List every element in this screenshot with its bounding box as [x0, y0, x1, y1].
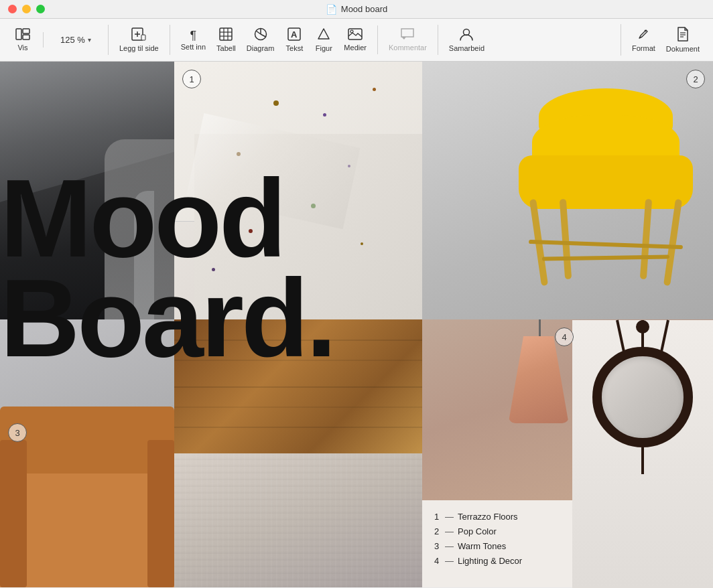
legend-num-2: 2 [434, 524, 441, 539]
svg-rect-1 [23, 29, 29, 33]
cell-mirror [572, 320, 713, 588]
legend-dash-1: — [445, 510, 454, 524]
cell-chair [0, 62, 174, 319]
tekst-label: Tekst [286, 44, 304, 52]
medier-label: Medier [344, 44, 367, 52]
diagram-button[interactable]: Diagram [241, 25, 280, 55]
kommentar-button[interactable]: Kommentar [383, 25, 432, 54]
tabell-label: Tabell [216, 44, 236, 52]
svg-rect-2 [23, 35, 29, 40]
figur-button[interactable]: Figur [309, 25, 338, 55]
samarbeid-button[interactable]: Samarbeid [444, 25, 490, 55]
legend-num-3: 3 [434, 539, 441, 554]
legg-til-side-button[interactable]: Legg til side [114, 25, 164, 55]
tabell-button[interactable]: Tabell [211, 25, 241, 55]
medier-icon [348, 28, 363, 42]
medier-button[interactable]: Medier [338, 25, 372, 54]
cell-wood-rug [174, 319, 422, 587]
legend-dash-2: — [445, 524, 454, 539]
dokument-button[interactable]: Dokument [661, 24, 705, 56]
toolbar-group-zoom: 125 % ▾ [43, 32, 105, 48]
format-icon [637, 27, 650, 43]
sett-inn-label: Sett inn [181, 43, 206, 51]
format-button[interactable]: Format [627, 25, 661, 55]
svg-rect-0 [16, 29, 21, 40]
window-title: 📄 Mood board [326, 4, 387, 15]
svg-text:A: A [291, 29, 298, 40]
figur-label: Figur [316, 44, 332, 52]
toolbar-group-insert: ¶ Sett inn Tabell Diagram A Tekst Figur [170, 25, 375, 55]
diagram-icon [254, 27, 267, 43]
legend-dash-4: — [445, 554, 454, 569]
page-number-3: 3 [8, 423, 27, 442]
toolbar-group-format-doc: Format Dokument [621, 24, 708, 56]
page-number-2: 2 [686, 70, 705, 88]
page-number-4: 4 [555, 327, 574, 346]
figur-icon [317, 27, 330, 43]
toolbar-group-add-page: Legg til side [108, 25, 167, 55]
svg-rect-7 [220, 28, 232, 40]
legend-label-3: Warm Tones [458, 539, 506, 554]
legend-num-4: 4 [434, 554, 441, 569]
close-button[interactable] [8, 5, 17, 13]
dokument-icon [677, 27, 689, 44]
legend-label-2: Pop Color [458, 524, 497, 539]
sett-inn-icon: ¶ [190, 29, 197, 42]
toolbar: Vis 125 % ▾ Legg til side ¶ Sett inn Tab… [0, 19, 713, 62]
page-number-1: 1 [182, 70, 201, 88]
diagram-label: Diagram [247, 44, 275, 52]
svg-point-17 [464, 29, 470, 35]
cell-sofa [0, 319, 174, 587]
legend-label-1: Terrazzo Floors [458, 510, 518, 524]
format-label: Format [632, 44, 655, 52]
dokument-label: Dokument [666, 45, 700, 53]
zoom-control[interactable]: 125 % ▾ [49, 32, 103, 48]
document-icon: 📄 [326, 4, 337, 15]
minimize-button[interactable] [22, 5, 31, 13]
cell-yellow-chair [422, 62, 713, 319]
sett-inn-button[interactable]: ¶ Sett inn [176, 27, 211, 54]
toolbar-group-vis: Vis [5, 25, 40, 54]
cell-terrazzo [174, 62, 422, 319]
svg-rect-6 [141, 35, 145, 40]
tabell-icon [219, 27, 233, 43]
tekst-button[interactable]: A Tekst [279, 25, 309, 55]
kommentar-label: Kommentar [389, 44, 427, 52]
legend-dash-3: — [445, 539, 454, 554]
samarbeid-icon [459, 27, 474, 43]
samarbeid-label: Samarbeid [449, 44, 484, 52]
main-content: 1 — Terrazzo Floors 2 — Pop Color 3 — Wa… [0, 62, 713, 588]
kommentar-icon [401, 28, 414, 42]
svg-point-16 [350, 30, 353, 33]
vis-icon [15, 28, 30, 42]
zoom-value: 125 % [60, 35, 85, 45]
legg-til-side-icon [131, 27, 146, 43]
vis-label: Vis [17, 44, 27, 52]
title-bar: 📄 Mood board [0, 0, 713, 19]
legg-til-side-label: Legg til side [119, 44, 159, 52]
vis-button[interactable]: Vis [8, 25, 38, 54]
zoom-arrow-icon: ▾ [88, 36, 91, 44]
maximize-button[interactable] [36, 5, 45, 13]
toolbar-group-samarbeid: Samarbeid [438, 25, 493, 55]
legend-label-4: Lighting & Decor [458, 554, 522, 569]
toolbar-group-comment: Kommentar [377, 25, 435, 54]
traffic-lights [8, 5, 45, 13]
window-title-text: Mood board [341, 4, 387, 14]
tekst-icon: A [287, 27, 301, 43]
legend-num-1: 1 [434, 510, 441, 524]
